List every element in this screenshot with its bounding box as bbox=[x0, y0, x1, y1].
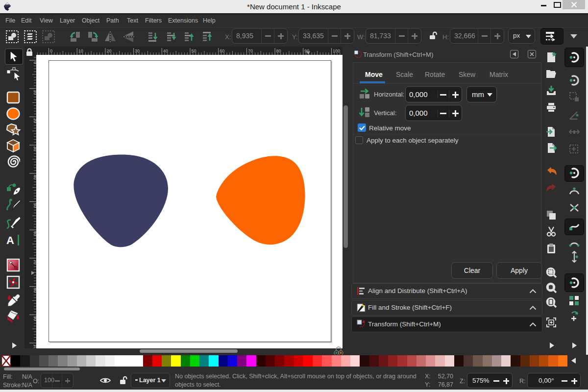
svg-text:30: 30 bbox=[135, 49, 140, 53]
svg-text:10: 10 bbox=[78, 49, 83, 53]
svg-text:30: 30 bbox=[33, 147, 36, 151]
svg-text:80: 80 bbox=[33, 288, 36, 293]
svg-text:40: 40 bbox=[33, 174, 36, 179]
svg-text:100: 100 bbox=[333, 49, 340, 53]
svg-text:80: 80 bbox=[276, 49, 281, 53]
svg-text:40: 40 bbox=[163, 49, 168, 53]
svg-text:60: 60 bbox=[33, 231, 36, 236]
svg-text:10: 10 bbox=[33, 90, 36, 95]
svg-text:20: 20 bbox=[33, 118, 36, 123]
svg-text:50: 50 bbox=[33, 203, 36, 208]
svg-text:100: 100 bbox=[33, 344, 36, 349]
svg-text:90: 90 bbox=[33, 316, 36, 321]
svg-text:0: 0 bbox=[33, 62, 36, 64]
svg-text:60: 60 bbox=[220, 49, 224, 53]
svg-text:50: 50 bbox=[192, 49, 196, 53]
svg-text:20: 20 bbox=[106, 49, 111, 53]
svg-text:70: 70 bbox=[248, 49, 253, 53]
svg-text:70: 70 bbox=[33, 259, 36, 264]
svg-text:0: 0 bbox=[50, 49, 52, 53]
